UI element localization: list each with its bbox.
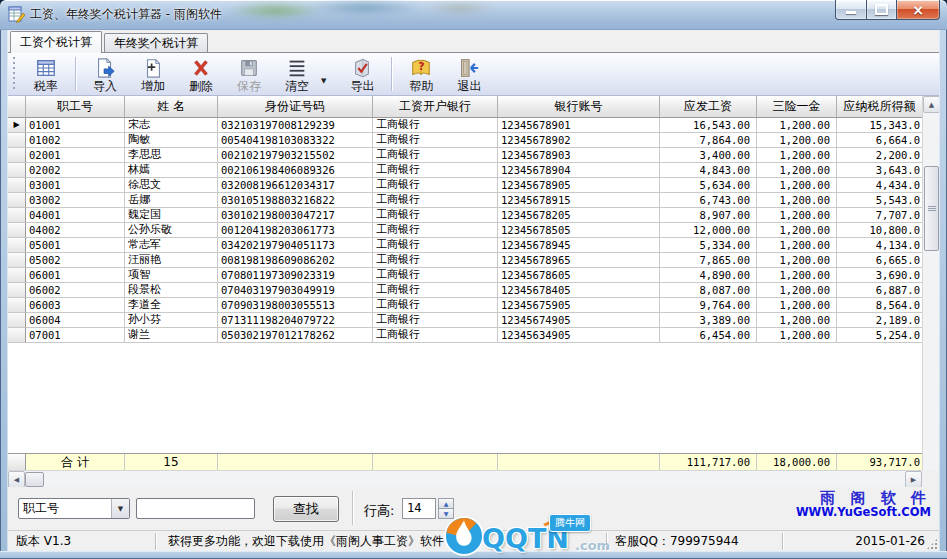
cell-taxable[interactable]: 2,189.0 <box>837 313 922 328</box>
header-account[interactable]: 银行账号 <box>498 96 660 118</box>
cell-idcard[interactable]: 030102198003047217 <box>218 208 373 223</box>
table-row[interactable]: 02002林嫣002106198406089326工商银行12345678904… <box>8 163 939 178</box>
cell-id[interactable]: 05001 <box>26 238 125 253</box>
horizontal-scroll-thumb[interactable] <box>25 472 44 487</box>
table-row[interactable]: 03001徐思文032008196612034317工商银行1234567890… <box>8 178 939 193</box>
cell-gross[interactable]: 4,890.00 <box>660 268 757 283</box>
scroll-up-icon[interactable]: ▲ <box>923 96 939 113</box>
table-row[interactable]: 04001魏定国030102198003047217工商银行1234567820… <box>8 208 939 223</box>
cell-idcard[interactable]: 002106198406089326 <box>218 163 373 178</box>
exit-button[interactable]: 退出 <box>445 55 493 94</box>
cell-insurance[interactable]: 1,200.00 <box>757 223 837 238</box>
row-selector[interactable] <box>8 238 26 253</box>
row-selector[interactable] <box>8 148 26 163</box>
cell-account[interactable]: 12345678965 <box>498 253 660 268</box>
cell-account[interactable]: 12345634905 <box>498 328 660 343</box>
cell-gross[interactable]: 4,843.00 <box>660 163 757 178</box>
cell-account[interactable]: 12345678903 <box>498 148 660 163</box>
cell-bank[interactable]: 工商银行 <box>373 268 498 283</box>
cell-idcard[interactable]: 001204198203061773 <box>218 223 373 238</box>
table-row[interactable]: 06003李道全070903198003055513工商银行1234567590… <box>8 298 939 313</box>
search-input[interactable] <box>136 498 255 519</box>
scroll-right-icon[interactable]: ▶ <box>905 471 922 488</box>
cell-name[interactable]: 岳娜 <box>125 193 218 208</box>
row-selector[interactable] <box>8 133 26 148</box>
horizontal-scrollbar[interactable]: ◀ ▶ <box>8 470 922 487</box>
row-selector[interactable] <box>8 178 26 193</box>
cell-gross[interactable]: 5,334.00 <box>660 238 757 253</box>
cell-id[interactable]: 04001 <box>26 208 125 223</box>
tab-bonus-tax[interactable]: 年终奖个税计算 <box>104 33 208 52</box>
cell-account[interactable]: 12345678902 <box>498 133 660 148</box>
cell-id[interactable]: 04002 <box>26 223 125 238</box>
clear-dropdown-icon[interactable]: ▼ <box>321 77 326 85</box>
cell-idcard[interactable]: 070403197903049919 <box>218 283 373 298</box>
cell-insurance[interactable]: 1,200.00 <box>757 163 837 178</box>
cell-insurance[interactable]: 1,200.00 <box>757 268 837 283</box>
cell-gross[interactable]: 8,907.00 <box>660 208 757 223</box>
cell-taxable[interactable]: 4,434.0 <box>837 178 922 193</box>
cell-name[interactable]: 徐思文 <box>125 178 218 193</box>
cell-insurance[interactable]: 1,200.00 <box>757 148 837 163</box>
toolbar-gripper[interactable] <box>12 57 16 91</box>
vendor-website[interactable]: WWW.YuGeSoft.COM <box>796 505 931 519</box>
row-selector[interactable] <box>8 253 26 268</box>
cell-id[interactable]: 06002 <box>26 283 125 298</box>
header-taxable-income[interactable]: 应纳税所得额 <box>837 96 922 118</box>
cell-id[interactable]: 03001 <box>26 178 125 193</box>
cell-bank[interactable]: 工商银行 <box>373 238 498 253</box>
cell-insurance[interactable]: 1,200.00 <box>757 208 837 223</box>
cell-idcard[interactable]: 070801197309023319 <box>218 268 373 283</box>
tab-salary-tax[interactable]: 工资个税计算 <box>10 31 102 53</box>
table-row[interactable]: 05002汪丽艳008198198609086202工商银行1234567896… <box>8 253 939 268</box>
cell-gross[interactable]: 6,743.00 <box>660 193 757 208</box>
header-name[interactable]: 姓 名 <box>125 96 218 118</box>
cell-bank[interactable]: 工商银行 <box>373 298 498 313</box>
cell-account[interactable]: 12345678505 <box>498 223 660 238</box>
cell-idcard[interactable]: 032103197008129239 <box>218 118 373 133</box>
cell-idcard[interactable]: 030105198803216822 <box>218 193 373 208</box>
cell-idcard[interactable]: 005404198103083322 <box>218 133 373 148</box>
cell-gross[interactable]: 7,864.00 <box>660 133 757 148</box>
cell-name[interactable]: 段景松 <box>125 283 218 298</box>
cell-taxable[interactable]: 2,200.0 <box>837 148 922 163</box>
export-button[interactable]: 导出 <box>338 55 386 94</box>
cell-taxable[interactable]: 10,800.0 <box>837 223 922 238</box>
cell-taxable[interactable]: 7,707.0 <box>837 208 922 223</box>
clear-button[interactable]: 清空 <box>273 55 321 94</box>
cell-taxable[interactable]: 6,664.0 <box>837 133 922 148</box>
minimize-button[interactable] <box>835 0 867 20</box>
vertical-scroll-thumb[interactable] <box>924 166 939 251</box>
row-selector[interactable] <box>8 328 26 343</box>
cell-idcard[interactable]: 070903198003055513 <box>218 298 373 313</box>
cell-id[interactable]: 01001 <box>26 118 125 133</box>
cell-name[interactable]: 宋志 <box>125 118 218 133</box>
cell-bank[interactable]: 工商银行 <box>373 223 498 238</box>
table-row[interactable]: 06004孙小芬071311198204079722工商银行1234567490… <box>8 313 939 328</box>
cell-name[interactable]: 林嫣 <box>125 163 218 178</box>
table-row[interactable]: ▶01001宋志032103197008129239工商银行1234567890… <box>8 118 939 133</box>
cell-taxable[interactable]: 3,690.0 <box>837 268 922 283</box>
header-insurance[interactable]: 三险一金 <box>757 96 837 118</box>
cell-account[interactable]: 12345678205 <box>498 208 660 223</box>
import-button[interactable]: 导入 <box>81 55 129 94</box>
cell-gross[interactable]: 9,764.00 <box>660 298 757 313</box>
cell-idcard[interactable]: 071311198204079722 <box>218 313 373 328</box>
row-selector[interactable] <box>8 208 26 223</box>
cell-account[interactable]: 12345678905 <box>498 178 660 193</box>
cell-bank[interactable]: 工商银行 <box>373 193 498 208</box>
cell-gross[interactable]: 16,543.00 <box>660 118 757 133</box>
maximize-button[interactable] <box>867 0 897 20</box>
spin-up-icon[interactable]: ▲ <box>438 498 454 508</box>
cell-insurance[interactable]: 1,200.00 <box>757 118 837 133</box>
cell-idcard[interactable]: 008198198609086202 <box>218 253 373 268</box>
tax-rate-button[interactable]: 税率 <box>22 55 70 94</box>
row-height-value[interactable]: 14 <box>402 498 436 519</box>
find-button[interactable]: 查找 <box>273 496 339 522</box>
cell-name[interactable]: 谢兰 <box>125 328 218 343</box>
header-gross-pay[interactable]: 应发工资 <box>660 96 757 118</box>
cell-account[interactable]: 12345678901 <box>498 118 660 133</box>
cell-taxable[interactable]: 15,343.0 <box>837 118 922 133</box>
cell-bank[interactable]: 工商银行 <box>373 253 498 268</box>
cell-insurance[interactable]: 1,200.00 <box>757 193 837 208</box>
